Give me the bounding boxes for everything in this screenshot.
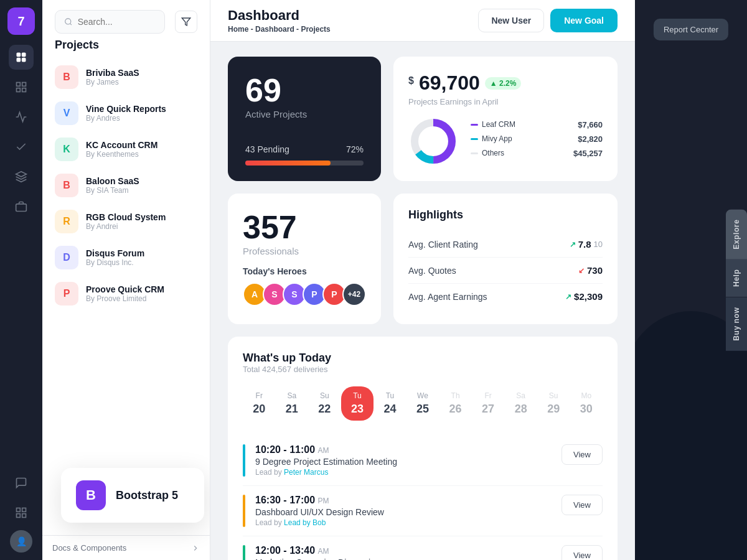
legend-label: Others (471, 149, 504, 157)
new-goal-button[interactable]: New Goal (550, 9, 618, 32)
project-item[interactable]: P Proove Quick CRM By Proove Limited (50, 276, 202, 312)
event-name: Marketing Campaign Discussion (255, 558, 380, 560)
day-number: 22 (311, 403, 339, 416)
svg-rect-3 (22, 58, 26, 62)
legend-item: Leaf CRM $7,660 (471, 120, 603, 129)
bootstrap-label: Bootstrap 5 (116, 489, 178, 502)
search-bar[interactable] (55, 10, 165, 34)
calendar-day[interactable]: Fr 20 (243, 386, 276, 421)
day-number: 20 (245, 403, 273, 416)
project-info: Disqus Forum By Disqus Inc. (86, 248, 144, 267)
calendar-day[interactable]: Tu 24 (374, 386, 406, 421)
nav-grid[interactable] (9, 75, 34, 100)
project-logo: B (55, 174, 78, 197)
legend-item: Others $45,257 (471, 149, 603, 158)
highlight-value: ↙ 730 (578, 265, 603, 276)
earnings-legend: Leaf CRM $7,660 Mivy App $2,820 Others $… (471, 120, 603, 163)
filter-icon (181, 17, 191, 27)
project-by: By Andrei (86, 222, 166, 231)
day-name: Fr (245, 391, 273, 400)
whatsup-title: What's up Today (243, 352, 603, 365)
docs-label[interactable]: Docs & Components (52, 543, 126, 553)
day-number: 21 (278, 403, 306, 416)
nav-grid2[interactable] (9, 500, 34, 525)
highlights-title: Highlights (408, 208, 603, 222)
report-center-button[interactable]: Report Cecnter (654, 19, 728, 40)
project-name: Baloon SaaS (86, 176, 139, 186)
nav-check[interactable] (9, 134, 34, 159)
heroes-label: Today's Heroes (243, 266, 366, 276)
help-button[interactable]: Help (726, 259, 747, 297)
breadcrumb-dash[interactable]: Dashboard (255, 25, 294, 34)
project-item[interactable]: D Disqus Forum By Disqus Inc. (50, 240, 202, 276)
professionals-card: 357 Professionals Today's Heroes ASSPP+4… (228, 194, 381, 324)
event-item: 10:20 - 11:00 AM 9 Degree Project Estima… (243, 436, 603, 486)
sidebar-title: Projects (42, 39, 210, 59)
breadcrumb-current: Projects (301, 25, 330, 34)
nav-briefcase[interactable] (9, 194, 34, 219)
nav-chart[interactable] (9, 105, 34, 129)
event-view-button[interactable]: View (561, 545, 603, 560)
day-name: Th (441, 391, 469, 400)
side-buttons: Explore Help Buy now (726, 210, 747, 351)
calendar-day[interactable]: We 25 (406, 386, 439, 421)
project-item[interactable]: B Briviba SaaS By James (50, 59, 202, 95)
calendar-row: Fr 20 Sa 21 Su 22 Tu 23 Tu 24 We 25 Th 2… (243, 386, 603, 421)
calendar-day[interactable]: Fr 27 (472, 386, 505, 421)
nav-dashboard[interactable] (9, 45, 34, 70)
buy-now-button[interactable]: Buy now (726, 297, 747, 350)
event-lead: Lead by Lead by Bob (255, 518, 384, 527)
highlight-row: Avg. Client Rating ↗ 7.8 10 (408, 231, 603, 258)
user-avatar[interactable]: 👤 (10, 530, 32, 553)
project-logo: P (55, 282, 78, 306)
right-panel: Report Cecnter Explore Help Buy now (635, 0, 747, 560)
explore-button[interactable]: Explore (726, 210, 747, 259)
project-info: RGB Cloud System By Andrei (86, 212, 166, 231)
day-number: 30 (572, 403, 600, 416)
project-name: Proove Quick CRM (86, 284, 164, 294)
project-by: By Disqus Inc. (86, 258, 144, 267)
event-bar (243, 444, 245, 477)
search-input[interactable] (78, 17, 156, 27)
project-name: Vine Quick Reports (86, 104, 166, 114)
day-name: Sa (507, 391, 535, 400)
project-item[interactable]: R RGB Cloud System By Andrei (50, 203, 202, 240)
event-name: Dashboard UI/UX Design Review (255, 507, 384, 517)
event-view-button[interactable]: View (561, 495, 603, 515)
project-item[interactable]: K KC Account CRM By Keenthemes (50, 131, 202, 167)
project-info: Vine Quick Reports By Andres (86, 104, 166, 123)
filter-button[interactable] (175, 11, 197, 33)
project-name: Briviba SaaS (86, 68, 139, 78)
calendar-day[interactable]: Sa 21 (276, 386, 309, 421)
project-by: By SIA Team (86, 186, 139, 195)
svg-rect-7 (22, 88, 26, 92)
svg-marker-16 (182, 18, 190, 26)
nav-layers[interactable] (9, 164, 34, 189)
calendar-day[interactable]: Su 29 (537, 386, 570, 421)
project-item[interactable]: B Baloon SaaS By SIA Team (50, 167, 202, 203)
calendar-day[interactable]: Mo 30 (570, 386, 603, 421)
calendar-day[interactable]: Tu 23 (341, 386, 374, 421)
chevron-right-icon (191, 544, 200, 553)
calendar-day[interactable]: Su 22 (308, 386, 341, 421)
active-projects-card: 69 Active Projects 43 Pending 72% (228, 57, 381, 181)
svg-rect-5 (22, 83, 26, 86)
breadcrumb-home[interactable]: Home (228, 25, 248, 34)
new-user-button[interactable]: New User (478, 9, 544, 32)
highlight-label: Avg. Quotes (408, 266, 456, 276)
event-lead-link[interactable]: Lead by Bob (284, 518, 326, 527)
calendar-day[interactable]: Th 26 (439, 386, 472, 421)
event-name: 9 Degree Project Estimation Meeting (255, 457, 397, 467)
event-view-button[interactable]: View (561, 444, 603, 465)
event-lead-link[interactable]: Peter Marcus (284, 468, 328, 477)
event-ampm: PM (318, 497, 329, 505)
earnings-subtitle: Projects Earnings in April (408, 97, 603, 106)
svg-rect-12 (17, 514, 21, 518)
user-number[interactable]: 7 (7, 7, 35, 35)
earnings-card: $ 69,700 ▲ 2.2% Projects Earnings in Apr… (393, 57, 618, 181)
calendar-day[interactable]: Sa 28 (504, 386, 537, 421)
nav-message[interactable] (9, 470, 34, 495)
project-logo: B (55, 65, 78, 89)
earnings-amount: 69,700 (419, 72, 480, 95)
project-item[interactable]: V Vine Quick Reports By Andres (50, 95, 202, 131)
